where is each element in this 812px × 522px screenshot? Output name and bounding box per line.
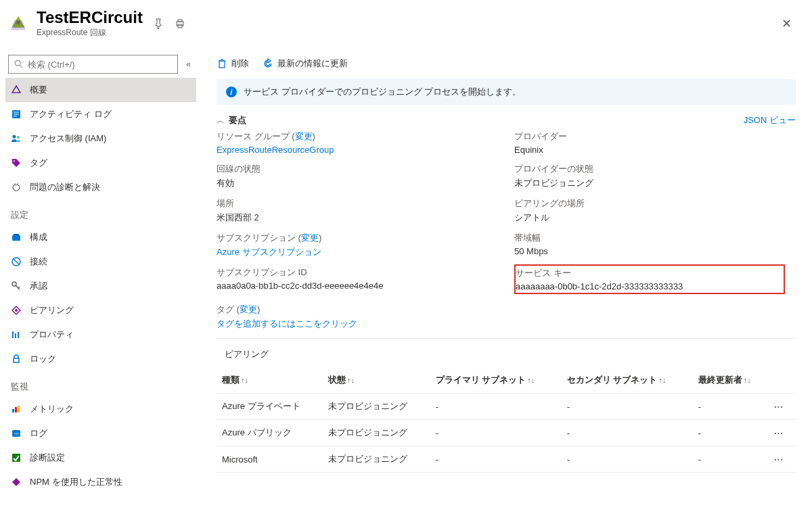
sidebar-item-label: メトリック	[30, 403, 74, 415]
subscription-id-label: サブスクリプション ID	[217, 266, 514, 279]
sidebar-item-label: アクセス制御 (IAM)	[30, 133, 106, 145]
col-type[interactable]: 種類↑↓	[217, 367, 323, 394]
info-icon: i	[226, 87, 237, 97]
rg-value[interactable]: ExpressRouteResourceGroup	[217, 145, 514, 155]
sidebar-item-label: アクティビティ ログ	[30, 108, 112, 120]
tags-cta[interactable]: タグを追加するにはここをクリック	[217, 318, 812, 330]
sort-icon: ↑↓	[744, 376, 751, 384]
subscription-value[interactable]: Azure サブスクリプション	[217, 246, 514, 258]
tag-icon	[11, 158, 22, 168]
sidebar-item-overview[interactable]: 概要	[5, 78, 196, 102]
cell-type: Azure パブリック	[217, 420, 323, 446]
svg-rect-26	[14, 358, 19, 362]
location-label: 場所	[217, 197, 514, 210]
location-value: 米国西部 2	[217, 212, 514, 224]
tags-change-link[interactable]: 変更	[240, 304, 257, 314]
sidebar-item-iam[interactable]: アクセス制御 (IAM)	[5, 126, 196, 151]
cell-type: Azure プライベート	[217, 394, 323, 420]
table-row[interactable]: Microsoft 未プロビジョニング - - - ···	[217, 446, 796, 473]
svg-rect-2	[178, 20, 182, 22]
command-bar: 削除 最新の情報に更新	[217, 55, 812, 79]
sidebar-item-activity-log[interactable]: アクティビティ ログ	[5, 102, 196, 126]
col-primary-subnet[interactable]: プライマリ サブネット↑↓	[430, 367, 562, 394]
sidebar-item-label: NPM を使用した正常性	[30, 476, 122, 488]
svg-rect-27	[12, 409, 14, 412]
section-settings: 設定	[5, 199, 196, 225]
sidebar-item-npm[interactable]: NPM を使用した正常性	[5, 470, 196, 494]
cell-last: -	[693, 394, 769, 420]
col-last-modified-by[interactable]: 最終更新者↑↓	[693, 367, 769, 394]
sidebar: « 概要 アクティビティ ログ アクセス制御 (IAM) タグ 問題の診断と解決	[0, 55, 196, 522]
row-menu-icon[interactable]: ···	[774, 454, 784, 465]
key-icon	[11, 281, 22, 291]
search-input[interactable]	[8, 55, 178, 74]
subscription-id-value: aaaa0a0a-bb1b-cc2c-dd3d-eeeeee4e4e4e	[217, 281, 514, 291]
sidebar-item-tags[interactable]: タグ	[5, 151, 196, 175]
lock-icon	[11, 354, 22, 364]
connections-icon	[11, 256, 22, 267]
refresh-button[interactable]: 最新の情報に更新	[263, 57, 348, 70]
rg-label: リソース グループ	[217, 131, 290, 141]
sidebar-item-authorizations[interactable]: 承認	[5, 274, 196, 298]
essentials-title: 要点	[229, 114, 246, 126]
table-row[interactable]: Azure プライベート 未プロビジョニング - - - ···	[217, 394, 796, 420]
tags-label: タグ	[217, 304, 234, 314]
row-menu-icon[interactable]: ···	[774, 428, 784, 438]
peerings-table: 種類↑↓ 状態↑↓ プライマリ サブネット↑↓ セカンダリ サブネット↑↓ 最終…	[217, 367, 796, 473]
svg-rect-16	[14, 234, 19, 235]
subscription-label: サブスクリプション	[217, 233, 296, 243]
peering-location-value: シアトル	[514, 212, 812, 224]
col-secondary-subnet[interactable]: セカンダリ サブネット↑↓	[562, 367, 693, 394]
pin-icon[interactable]	[152, 18, 164, 30]
sidebar-item-peerings[interactable]: ピアリング	[5, 298, 196, 323]
sidebar-item-diagnose[interactable]: 問題の診断と解決	[5, 175, 196, 199]
metrics-icon	[11, 404, 22, 414]
table-row[interactable]: Azure パブリック 未プロビジョニング - - - ···	[217, 420, 796, 446]
bandwidth-label: 帯域幅	[514, 232, 812, 244]
service-key-label: サービス キー	[516, 267, 780, 279]
circuit-status-label: 回線の状態	[217, 163, 514, 175]
sidebar-item-connections[interactable]: 接続	[5, 250, 196, 274]
print-icon[interactable]	[174, 18, 186, 30]
sidebar-item-locks[interactable]: ロック	[5, 347, 196, 371]
sidebar-item-label: タグ	[30, 157, 47, 169]
sort-icon: ↑↓	[527, 376, 535, 384]
essentials-toggle[interactable]: ︿ 要点 JSON ビュー	[217, 105, 812, 130]
cell-primary: -	[430, 446, 562, 473]
cell-state: 未プロビジョニング	[323, 420, 430, 446]
svg-line-5	[20, 66, 23, 68]
cell-type: Microsoft	[217, 446, 323, 473]
delete-button[interactable]: 削除	[217, 57, 249, 70]
refresh-icon	[263, 58, 273, 69]
svg-point-10	[13, 135, 16, 139]
cell-state: 未プロビジョニング	[323, 394, 430, 420]
cell-state: 未プロビジョニング	[323, 446, 430, 473]
cell-secondary: -	[562, 446, 693, 473]
sidebar-item-configuration[interactable]: 構成	[5, 225, 196, 250]
rg-change-link[interactable]: 変更	[295, 131, 313, 141]
page-subtitle: ExpressRoute 回線	[37, 27, 143, 39]
peerings-icon	[11, 305, 22, 316]
sidebar-item-metrics[interactable]: メトリック	[5, 397, 196, 421]
sort-icon: ↑↓	[241, 376, 248, 384]
subscription-change-link[interactable]: 変更	[301, 233, 319, 243]
diagnostic-icon	[11, 452, 22, 463]
sidebar-item-label: 診断設定	[30, 452, 65, 464]
row-menu-icon[interactable]: ···	[774, 402, 784, 412]
sidebar-item-logs[interactable]: ⋯ ログ	[5, 421, 196, 446]
refresh-label: 最新の情報に更新	[277, 57, 348, 70]
svg-line-21	[18, 287, 20, 288]
sidebar-item-properties[interactable]: プロパティ	[5, 323, 196, 347]
diagnose-icon	[11, 182, 22, 193]
cell-last: -	[693, 420, 769, 446]
bandwidth-value: 50 Mbps	[514, 246, 812, 256]
json-view-link[interactable]: JSON ビュー	[744, 114, 796, 126]
svg-rect-29	[18, 406, 20, 412]
sidebar-item-diagnostic-settings[interactable]: 診断設定	[5, 446, 196, 470]
col-state[interactable]: 状態↑↓	[323, 367, 430, 394]
close-icon[interactable]: ✕	[775, 14, 798, 34]
collapse-sidebar-icon[interactable]: «	[183, 57, 194, 72]
delete-icon	[217, 58, 227, 69]
svg-line-18	[14, 259, 19, 264]
properties-icon	[11, 329, 22, 340]
